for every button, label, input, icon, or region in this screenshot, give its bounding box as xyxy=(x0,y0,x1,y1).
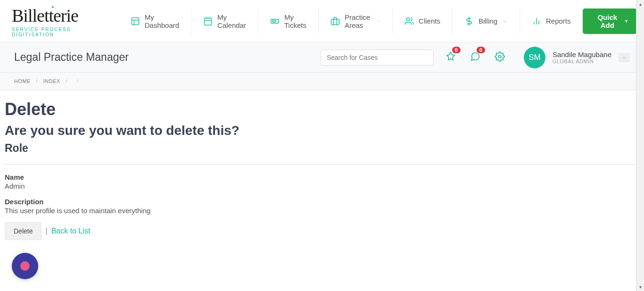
user-role: GLOBAL ADMIN xyxy=(553,58,611,64)
grid-icon xyxy=(131,17,140,26)
divider xyxy=(5,164,639,165)
nav-label: Clients xyxy=(419,17,440,25)
user-info: Sandile Magubane GLOBAL ADMIN xyxy=(553,50,611,64)
nav-items: My Dashboard My Calendar My Tickets Prac… xyxy=(119,8,583,34)
svg-point-10 xyxy=(406,17,410,21)
svg-point-15 xyxy=(498,55,501,58)
nav-dashboard[interactable]: My Dashboard xyxy=(119,8,191,34)
nav-label: Reports xyxy=(546,17,571,25)
actions: Delete | Back to List xyxy=(5,222,639,240)
nav-label: My Calendar xyxy=(217,13,246,29)
chevron-down-icon xyxy=(621,55,627,60)
gear-icon xyxy=(495,51,505,62)
chart-icon xyxy=(532,17,541,26)
logo[interactable]: Billetterie SERVICE PROCESS DIGITISATION xyxy=(7,5,105,37)
caret-down-icon: ▾ xyxy=(625,18,627,24)
svg-rect-8 xyxy=(272,20,276,22)
name-value: Admin xyxy=(5,182,639,190)
top-nav: Billetterie SERVICE PROCESS DIGITISATION… xyxy=(0,0,644,42)
nav-reports[interactable]: Reports xyxy=(520,8,583,34)
heading-confirm: Are you sure you want to delete this? xyxy=(5,123,639,138)
user-name: Sandile Magubane xyxy=(553,50,611,58)
pin-badge: 0 xyxy=(452,47,461,53)
header-icons: 0 0 xyxy=(446,51,505,64)
description-value: This user profile is used to maintain ev… xyxy=(5,207,639,215)
scrollbar[interactable]: ▴ ▾ xyxy=(636,0,644,291)
svg-rect-7 xyxy=(271,19,279,23)
nav-label: My Tickets xyxy=(284,13,306,29)
avatar[interactable]: SM xyxy=(524,47,545,68)
user-menu-toggle[interactable] xyxy=(619,53,630,62)
breadcrumb-home[interactable]: HOME xyxy=(14,78,31,84)
separator: | xyxy=(45,227,47,235)
quick-add-label: Quick Add xyxy=(592,13,623,29)
content: Delete Are you sure you want to delete t… xyxy=(0,90,644,240)
delete-button[interactable]: Delete xyxy=(5,222,41,240)
record-fab[interactable] xyxy=(12,253,38,279)
settings-button[interactable] xyxy=(495,51,505,64)
name-label: Name xyxy=(5,173,639,181)
scroll-up-button[interactable]: ▴ xyxy=(636,0,644,8)
pinned-button[interactable]: 0 xyxy=(446,51,456,64)
nav-practice-areas[interactable]: Practice Areas xyxy=(318,8,392,34)
heading-entity: Role xyxy=(5,142,639,155)
svg-rect-0 xyxy=(132,17,139,25)
chevron-down-icon xyxy=(377,18,380,24)
messages-button[interactable]: 0 xyxy=(470,51,480,64)
quick-add-button[interactable]: Quick Add ▾ xyxy=(583,8,637,34)
nav-calendar[interactable]: My Calendar xyxy=(191,8,258,34)
logo-text: Billetterie xyxy=(12,5,105,26)
page-title: Legal Practice Manager xyxy=(14,51,321,64)
record-icon xyxy=(20,261,30,271)
svg-rect-3 xyxy=(205,18,212,25)
users-icon xyxy=(405,17,414,26)
nav-label: Practice Areas xyxy=(345,13,372,29)
chevron-down-icon xyxy=(502,18,508,24)
nav-label: My Dashboard xyxy=(145,13,179,29)
heading-delete: Delete xyxy=(5,100,639,119)
nav-clients[interactable]: Clients xyxy=(392,8,452,34)
svg-rect-9 xyxy=(331,19,339,25)
scroll-down-button[interactable]: ▾ xyxy=(636,283,644,291)
breadcrumb-index[interactable]: INDEX xyxy=(43,78,60,84)
breadcrumb-sep: / xyxy=(66,78,67,84)
user-area: SM Sandile Magubane GLOBAL ADMIN xyxy=(524,47,630,68)
nav-label: Billing xyxy=(479,17,497,25)
dollar-icon xyxy=(464,17,474,26)
message-badge: 0 xyxy=(477,47,485,53)
back-to-list-link[interactable]: Back to List xyxy=(51,227,91,235)
calendar-icon xyxy=(203,17,213,26)
logo-tagline: SERVICE PROCESS DIGITISATION xyxy=(12,27,105,37)
ticket-icon xyxy=(270,17,280,26)
briefcase-icon xyxy=(330,17,340,26)
search-input[interactable] xyxy=(321,50,434,66)
description-label: Description xyxy=(5,198,639,206)
breadcrumb-sep: / xyxy=(77,78,79,84)
breadcrumb: HOME / INDEX / / xyxy=(0,73,644,90)
nav-tickets[interactable]: My Tickets xyxy=(258,8,318,34)
secondary-bar: Legal Practice Manager 0 0 SM Sandile Ma… xyxy=(0,42,644,73)
nav-billing[interactable]: Billing xyxy=(452,8,520,34)
breadcrumb-sep: / xyxy=(36,78,38,84)
